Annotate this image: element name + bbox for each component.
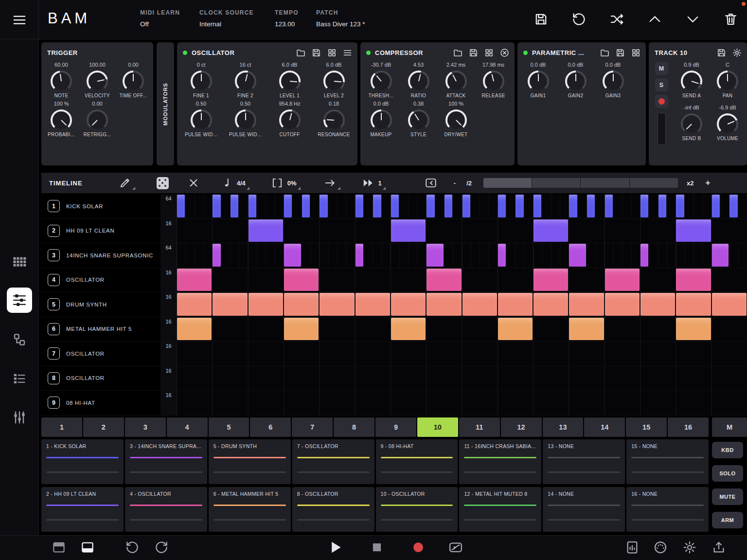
sequencer-note[interactable] xyxy=(569,244,586,267)
export-icon[interactable] xyxy=(711,540,726,555)
grid4-icon[interactable] xyxy=(327,48,337,58)
sequencer-note[interactable] xyxy=(302,195,310,217)
step-resolution[interactable]: 16 xyxy=(160,391,177,415)
knob-dial[interactable] xyxy=(87,71,108,92)
knob-dial[interactable] xyxy=(483,71,504,92)
knob-dial[interactable] xyxy=(123,71,144,92)
sequencer-note[interactable] xyxy=(498,293,533,316)
knob-dial[interactable] xyxy=(681,71,702,92)
sequencer-note[interactable] xyxy=(249,219,283,242)
sequencer-note[interactable] xyxy=(587,195,595,217)
knob-dial[interactable] xyxy=(528,71,549,92)
knob-dial[interactable] xyxy=(279,71,301,92)
step-grid[interactable] xyxy=(177,243,747,268)
gear-icon[interactable] xyxy=(732,48,742,58)
sequencer-note[interactable] xyxy=(658,195,666,217)
knob-dial[interactable] xyxy=(681,113,702,135)
track-pad[interactable]: 12 - METAL HIT MUTED 8 xyxy=(459,487,541,532)
modular-view-icon[interactable] xyxy=(12,332,27,347)
pencil-icon[interactable] xyxy=(119,177,131,189)
dice-icon[interactable] xyxy=(157,177,169,189)
track-pad[interactable]: 3 - 14INCH SNARE SUPRA... xyxy=(125,439,207,484)
sequencer-note[interactable] xyxy=(640,293,675,316)
track-pad[interactable]: 11 - 16INCH CRASH SABIA... xyxy=(459,439,541,484)
sequencer-note[interactable] xyxy=(605,195,613,217)
layout-bottom-icon[interactable] xyxy=(80,540,95,555)
save-icon[interactable] xyxy=(716,48,727,58)
knob-time-off-[interactable]: 0.00TIME OFF... xyxy=(115,62,151,98)
sequencer-note[interactable] xyxy=(356,293,390,316)
knob-dial[interactable] xyxy=(408,71,429,92)
knob-pan[interactable]: CPAN xyxy=(709,62,746,102)
sequencer-note[interactable] xyxy=(569,293,604,316)
pattern-cell-4[interactable]: 4 xyxy=(167,417,208,437)
knob-dial[interactable] xyxy=(191,109,212,131)
mute-button[interactable]: MUTE xyxy=(712,488,743,505)
sequencer-note[interactable] xyxy=(213,293,247,316)
zoom-plus-button[interactable]: + xyxy=(705,178,710,188)
clock-source-value[interactable]: Internal xyxy=(199,20,254,28)
sequencer-note[interactable] xyxy=(284,269,319,291)
knob-gain3[interactable]: 0.0 dBGAIN3 xyxy=(594,62,632,98)
sequencer-note[interactable] xyxy=(391,219,426,242)
sequencer-note[interactable] xyxy=(569,195,577,217)
knob-level-2[interactable]: 6.0 dBLEVEL 2 xyxy=(312,62,356,98)
modulators-tab[interactable]: MODULATORS xyxy=(157,42,174,165)
pattern-cell-7[interactable]: 7 xyxy=(292,417,333,437)
pattern-cell-6[interactable]: 6 xyxy=(250,417,291,437)
pattern-cell-10[interactable]: 10 xyxy=(417,417,458,437)
track-pad[interactable]: 9 - 08 HI-HAT xyxy=(376,439,458,484)
knob-send-a[interactable]: 0.9 dBSEND A xyxy=(673,62,710,102)
step-grid[interactable] xyxy=(177,268,747,292)
pattern-cell-16[interactable]: 16 xyxy=(668,417,709,437)
mute-button[interactable]: M xyxy=(655,62,668,75)
knob-resonance[interactable]: 0.18RESONANCE xyxy=(312,101,356,137)
step-resolution[interactable]: 16 xyxy=(160,342,177,366)
sequencer-note[interactable] xyxy=(356,244,363,267)
solo-button[interactable]: SOLO xyxy=(712,465,743,482)
sequencer-note[interactable] xyxy=(605,269,640,291)
kbd-button[interactable]: KBD xyxy=(712,442,743,458)
step-minus-button[interactable]: - xyxy=(454,180,456,187)
clear-icon[interactable] xyxy=(187,177,200,189)
step-resolution[interactable]: 64 xyxy=(160,243,177,268)
sequencer-note[interactable] xyxy=(462,293,497,316)
sequencer-note[interactable] xyxy=(284,195,292,217)
sequencer-note[interactable] xyxy=(712,293,747,316)
sequencer-note[interactable] xyxy=(427,293,461,316)
step-divide-button[interactable]: /2 xyxy=(466,180,472,187)
sequencer-note[interactable] xyxy=(676,219,711,242)
step-grid[interactable] xyxy=(177,194,747,218)
track-pad[interactable]: 5 - DRUM SYNTH xyxy=(209,439,291,484)
pattern-cell-2[interactable]: 2 xyxy=(83,417,124,437)
pattern-cell-3[interactable]: 3 xyxy=(125,417,166,437)
layout-top-icon[interactable] xyxy=(52,540,66,555)
pattern-cell-14[interactable]: 14 xyxy=(584,417,625,437)
step-grid[interactable] xyxy=(177,366,747,391)
sequencer-note[interactable] xyxy=(462,195,470,217)
power-led-icon[interactable] xyxy=(523,51,528,55)
knob-dry-wet[interactable]: 100 %DRY/WET xyxy=(437,101,475,137)
timeline-minimap[interactable] xyxy=(483,178,678,188)
save-icon[interactable] xyxy=(615,48,625,58)
arrangement-view-icon[interactable] xyxy=(12,371,27,386)
step-grid[interactable] xyxy=(177,317,747,342)
closecirc-icon[interactable] xyxy=(499,48,510,58)
knob-dial[interactable] xyxy=(235,109,256,131)
sequencer-note[interactable] xyxy=(445,195,452,217)
step-resolution[interactable]: 16 xyxy=(160,268,177,292)
patch-value[interactable]: Bass Diver 123 * xyxy=(316,20,365,28)
pads-view-icon[interactable] xyxy=(12,254,27,270)
sequencer-note[interactable] xyxy=(498,244,506,267)
step-grid[interactable] xyxy=(177,342,747,366)
knob-note[interactable]: 60.00NOTE xyxy=(43,62,79,98)
folder-icon[interactable] xyxy=(453,48,463,58)
knob-dial[interactable] xyxy=(445,71,467,92)
sequencer-note[interactable] xyxy=(498,318,533,341)
audio-file-icon[interactable] xyxy=(625,540,640,555)
repeat-control[interactable]: 1 xyxy=(362,177,382,189)
time-signature-control[interactable]: 4/4 xyxy=(220,177,246,189)
save-icon[interactable] xyxy=(468,48,479,58)
sequencer-note[interactable] xyxy=(391,293,426,316)
step-resolution[interactable]: 16 xyxy=(160,292,177,317)
